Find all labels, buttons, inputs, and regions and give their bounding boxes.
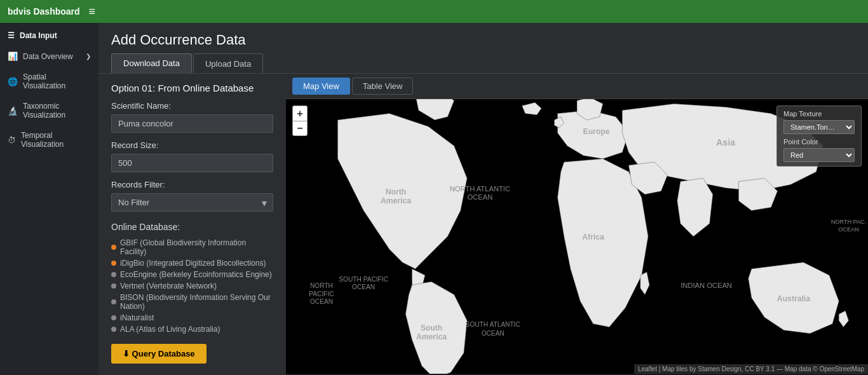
sidebar-section-data-input: ☰ Data Input [0, 25, 98, 46]
main-tabs-bar: Download Data Upload Data [98, 53, 868, 74]
db-label-vertnet: Vertnet (Vertebrate Network) [120, 282, 217, 290]
svg-text:NORTH ATLANTIC: NORTH ATLANTIC [450, 185, 510, 193]
sidebar-section-label: Data Input [20, 31, 57, 40]
topbar: bdvis Dashboard ≡ [0, 0, 868, 23]
database-list: GBIF (Global Biodiversity Information Fa… [111, 237, 273, 335]
layout: ☰ Data Input 📊 Data Overview ❯ 🌐 Spatial… [0, 23, 868, 375]
svg-text:SOUTH ATLANTIC: SOUTH ATLANTIC [466, 321, 520, 328]
taxonomic-icon: 🔬 [8, 106, 18, 116]
records-filter-select[interactable]: No Filter Has Coordinates Has Media [111, 193, 273, 212]
map-panel: Map View Table View [286, 74, 868, 375]
zoom-out-button[interactable]: − [292, 121, 308, 136]
sidebar-item-temporal[interactable]: ⏱ Temporal Visualization [0, 125, 98, 154]
scientific-name-input[interactable] [111, 114, 273, 133]
temporal-icon: ⏱ [8, 135, 16, 145]
list-item: iDigBio (Integrated Digitized Biocollect… [111, 257, 273, 269]
menu-icon[interactable]: ≡ [89, 5, 96, 18]
svg-text:Europe: Europe [583, 127, 610, 136]
svg-text:South: South [421, 324, 443, 332]
db-dot-idigbio [111, 261, 116, 266]
list-item: Vertnet (Vertebrate Network) [111, 280, 273, 292]
db-label-idigbio: iDigBio (Integrated Digitized Biocollect… [120, 259, 266, 268]
map-zoom-controls: + − [292, 106, 308, 136]
db-label-ala: ALA (Atlas of Living Australia) [120, 325, 220, 334]
svg-text:PACIFIC: PACIFIC [309, 290, 334, 297]
data-overview-icon: 📊 [8, 51, 18, 61]
record-size-label: Record Size: [111, 140, 273, 150]
svg-text:OCEAN: OCEAN [352, 283, 375, 290]
map-color-select[interactable]: Red Blue Green Yellow [783, 148, 855, 162]
map-tabs-bar: Map View Table View [286, 74, 868, 99]
svg-text:INDIAN OCEAN: INDIAN OCEAN [681, 282, 732, 289]
map-texture-label: Map Texture [783, 110, 855, 118]
db-dot-gbif [111, 245, 116, 250]
svg-text:America: America [381, 196, 411, 205]
db-dot-bison [111, 299, 116, 304]
map-texture-panel: Map Texture Stamen.Ton… OpenStreetMap Sa… [776, 106, 862, 167]
content-area: Option 01: From Online Database Scientif… [98, 74, 868, 375]
svg-text:North: North [386, 188, 407, 196]
tab-table-view[interactable]: Table View [352, 78, 414, 95]
svg-text:NORTH PAC.: NORTH PAC. [831, 219, 867, 225]
sidebar-item-label-data-overview: Data Overview [23, 52, 73, 61]
sidebar-item-label-taxonomic: Taxonomic Visualization [23, 102, 91, 119]
tab-upload-data[interactable]: Upload Data [193, 53, 263, 73]
query-database-button[interactable]: ⬇ Query Database [111, 344, 207, 364]
sidebar: ☰ Data Input 📊 Data Overview ❯ 🌐 Spatial… [0, 23, 98, 375]
svg-text:OCEAN: OCEAN [467, 193, 492, 201]
app-title: bdvis Dashboard [8, 6, 80, 17]
db-dot-inaturalist [111, 315, 116, 320]
db-dot-vertnet [111, 283, 116, 289]
svg-text:NORTH: NORTH [310, 282, 333, 289]
svg-text:Africa: Africa [582, 233, 604, 242]
spatial-icon: 🌐 [8, 77, 18, 86]
sidebar-item-spatial[interactable]: 🌐 Spatial Visualization [0, 67, 98, 96]
svg-text:Asia: Asia [716, 138, 735, 148]
main-header: Add Occurrence Data [98, 23, 868, 53]
svg-text:OCEAN: OCEAN [482, 330, 505, 337]
map-container: NORTH ATLANTIC OCEAN SOUTH PACIFIC OCEAN… [286, 99, 868, 374]
sidebar-item-taxonomic[interactable]: 🔬 Taxonomic Visualization [0, 96, 98, 125]
list-item: EcoEngine (Berkeley Ecoinformatics Engin… [111, 269, 273, 280]
db-dot-ala [111, 327, 116, 332]
map-color-label: Point Color [783, 138, 855, 146]
list-item: iNaturalist [111, 312, 273, 324]
records-filter-wrapper: No Filter Has Coordinates Has Media [111, 193, 273, 212]
list-item: GBIF (Global Biodiversity Information Fa… [111, 237, 273, 257]
main-content: Add Occurrence Data Download Data Upload… [98, 23, 868, 375]
record-size-input[interactable] [111, 154, 273, 172]
svg-text:OCEAN: OCEAN [838, 226, 859, 233]
svg-text:Australia: Australia [777, 294, 810, 303]
svg-text:SOUTH PACIFIC: SOUTH PACIFIC [339, 276, 388, 283]
db-label-bison: BISON (Biodiversity Information Serving … [120, 293, 273, 311]
sidebar-item-label-temporal: Temporal Visualization [21, 131, 91, 149]
map-attribution: Leaflet | Map tiles by Stamen Design, CC… [634, 364, 868, 374]
db-label-gbif: GBIF (Global Biodiversity Information Fa… [120, 238, 273, 256]
chevron-icon: ❯ [86, 53, 91, 60]
option-title: Option 01: From Online Database [111, 83, 273, 93]
sidebar-item-label-spatial: Spatial Visualization [23, 72, 91, 90]
zoom-in-button[interactable]: + [292, 106, 308, 121]
svg-text:America: America [416, 332, 447, 341]
tab-map-view[interactable]: Map View [292, 78, 350, 95]
svg-text:SOUTHERN OCEAN: SOUTHERN OCEAN [576, 372, 643, 374]
left-panel: Option 01: From Online Database Scientif… [98, 74, 286, 375]
svg-text:OCEAN: OCEAN [310, 298, 333, 305]
scientific-name-label: Scientific Name: [111, 101, 273, 111]
list-item: BISON (Biodiversity Information Serving … [111, 292, 273, 312]
list-item: ALA (Atlas of Living Australia) [111, 324, 273, 335]
online-db-label: Online Database: [111, 222, 273, 232]
sidebar-item-data-overview[interactable]: 📊 Data Overview ❯ [0, 46, 98, 67]
db-label-ecoengine: EcoEngine (Berkeley Ecoinformatics Engin… [120, 270, 272, 279]
db-dot-ecoengine [111, 272, 116, 277]
sidebar-section-icon: ☰ [8, 31, 15, 40]
db-label-inaturalist: iNaturalist [120, 313, 154, 322]
tab-download-data[interactable]: Download Data [111, 53, 192, 73]
map-texture-select[interactable]: Stamen.Ton… OpenStreetMap Satellite [783, 120, 855, 134]
page-title: Add Occurrence Data [111, 32, 855, 48]
records-filter-label: Records Filter: [111, 180, 273, 189]
